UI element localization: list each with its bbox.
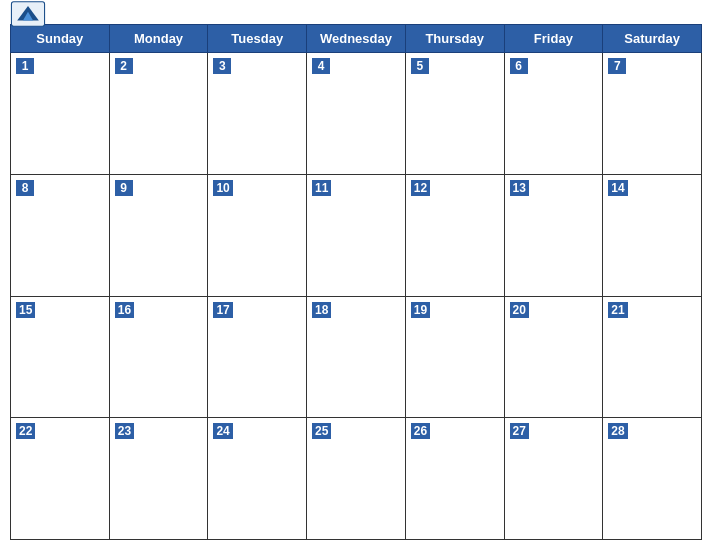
day-number-12: 12 — [411, 180, 430, 196]
day-cell-26: 26 — [405, 418, 504, 540]
day-number-17: 17 — [213, 302, 232, 318]
day-number-9: 9 — [115, 180, 133, 196]
day-number-21: 21 — [608, 302, 627, 318]
day-header-saturday: Saturday — [603, 25, 702, 53]
day-number-18: 18 — [312, 302, 331, 318]
day-number-19: 19 — [411, 302, 430, 318]
day-cell-21: 21 — [603, 296, 702, 418]
day-number-5: 5 — [411, 58, 429, 74]
day-cell-13: 13 — [504, 174, 603, 296]
day-number-26: 26 — [411, 423, 430, 439]
day-header-wednesday: Wednesday — [307, 25, 406, 53]
day-header-thursday: Thursday — [405, 25, 504, 53]
day-cell-18: 18 — [307, 296, 406, 418]
day-number-15: 15 — [16, 302, 35, 318]
day-number-14: 14 — [608, 180, 627, 196]
calendar-header — [10, 10, 702, 18]
day-number-6: 6 — [510, 58, 528, 74]
day-cell-24: 24 — [208, 418, 307, 540]
day-number-20: 20 — [510, 302, 529, 318]
day-number-23: 23 — [115, 423, 134, 439]
week-row-3: 15161718192021 — [11, 296, 702, 418]
day-cell-5: 5 — [405, 53, 504, 175]
day-number-24: 24 — [213, 423, 232, 439]
day-cell-14: 14 — [603, 174, 702, 296]
day-number-2: 2 — [115, 58, 133, 74]
week-row-1: 1234567 — [11, 53, 702, 175]
day-cell-11: 11 — [307, 174, 406, 296]
day-number-8: 8 — [16, 180, 34, 196]
day-cell-8: 8 — [11, 174, 110, 296]
day-number-3: 3 — [213, 58, 231, 74]
day-cell-17: 17 — [208, 296, 307, 418]
week-row-2: 891011121314 — [11, 174, 702, 296]
day-cell-2: 2 — [109, 53, 208, 175]
day-cell-4: 4 — [307, 53, 406, 175]
day-number-27: 27 — [510, 423, 529, 439]
logo — [10, 0, 46, 28]
day-number-13: 13 — [510, 180, 529, 196]
day-number-4: 4 — [312, 58, 330, 74]
day-cell-19: 19 — [405, 296, 504, 418]
day-cell-20: 20 — [504, 296, 603, 418]
day-cell-22: 22 — [11, 418, 110, 540]
day-cell-15: 15 — [11, 296, 110, 418]
days-header-row: SundayMondayTuesdayWednesdayThursdayFrid… — [11, 25, 702, 53]
calendar-table: SundayMondayTuesdayWednesdayThursdayFrid… — [10, 24, 702, 540]
day-cell-16: 16 — [109, 296, 208, 418]
day-number-11: 11 — [312, 180, 331, 196]
day-number-22: 22 — [16, 423, 35, 439]
day-header-friday: Friday — [504, 25, 603, 53]
day-header-monday: Monday — [109, 25, 208, 53]
day-number-28: 28 — [608, 423, 627, 439]
day-cell-9: 9 — [109, 174, 208, 296]
day-cell-23: 23 — [109, 418, 208, 540]
day-cell-3: 3 — [208, 53, 307, 175]
day-number-16: 16 — [115, 302, 134, 318]
day-cell-6: 6 — [504, 53, 603, 175]
day-cell-25: 25 — [307, 418, 406, 540]
day-cell-7: 7 — [603, 53, 702, 175]
day-cell-1: 1 — [11, 53, 110, 175]
day-cell-12: 12 — [405, 174, 504, 296]
day-number-7: 7 — [608, 58, 626, 74]
day-header-tuesday: Tuesday — [208, 25, 307, 53]
day-number-10: 10 — [213, 180, 232, 196]
day-cell-27: 27 — [504, 418, 603, 540]
week-row-4: 22232425262728 — [11, 418, 702, 540]
day-cell-10: 10 — [208, 174, 307, 296]
day-number-25: 25 — [312, 423, 331, 439]
day-number-1: 1 — [16, 58, 34, 74]
day-header-sunday: Sunday — [11, 25, 110, 53]
day-cell-28: 28 — [603, 418, 702, 540]
